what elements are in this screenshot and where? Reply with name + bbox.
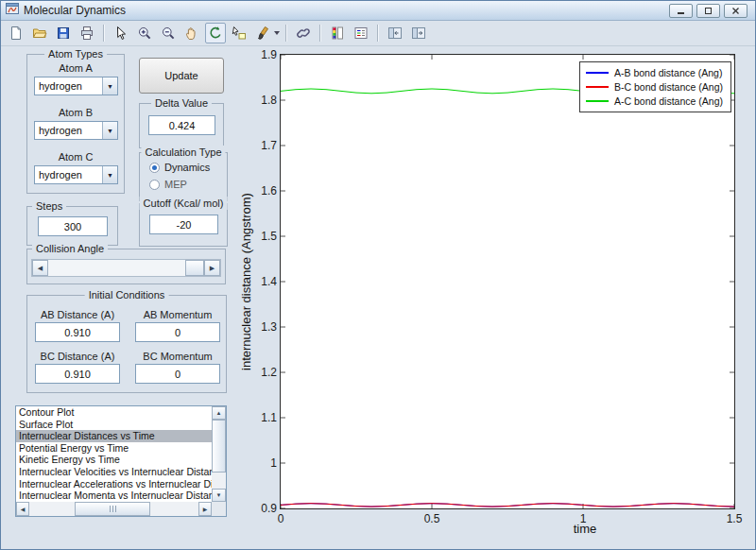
toolbar-separator <box>377 25 379 42</box>
radio-selected-icon[interactable] <box>149 163 160 173</box>
scroll-down-icon[interactable]: ▼ <box>212 489 226 502</box>
atom-types-title: Atom Types <box>44 47 107 60</box>
y-tick-label: 1.2 <box>249 366 277 379</box>
slider-left-arrow-icon[interactable]: ◀ <box>32 260 48 276</box>
insert-legend-icon[interactable] <box>351 23 371 43</box>
bc-momentum-field[interactable]: 0 <box>135 364 220 384</box>
scroll-up-icon[interactable]: ▲ <box>212 406 226 420</box>
atom-b-dropdown[interactable]: hydrogen ▼ <box>34 121 118 140</box>
ab-momentum-label: AB Momentum <box>130 309 225 320</box>
toolbar-separator <box>285 25 287 42</box>
list-item[interactable]: Surface Plot <box>16 419 212 431</box>
dynamics-radio-label: Dynamics <box>164 162 210 173</box>
list-item[interactable]: Kinetic Energy vs Time <box>16 454 212 466</box>
insert-colorbar-icon[interactable] <box>327 23 348 43</box>
scroll-left-icon[interactable]: ◀ <box>16 502 29 516</box>
toolbar-separator <box>103 25 105 42</box>
scroll-right-icon[interactable]: ▶ <box>198 502 212 516</box>
calculation-type-panel: Calculation Type Dynamics MEP <box>139 152 228 201</box>
atom-a-value: hydrogen <box>35 77 102 95</box>
brush-dropdown-caret-icon[interactable] <box>274 31 280 35</box>
atom-c-label: Atom C <box>27 151 124 163</box>
ab-distance-field[interactable]: 0.910 <box>35 322 120 342</box>
x-tick-label: 1 <box>564 512 602 525</box>
initial-conditions-panel: Initial Conditions AB Distance (A) AB Mo… <box>26 295 227 393</box>
new-figure-icon[interactable] <box>6 23 26 43</box>
delta-value-field[interactable]: 0.424 <box>148 115 215 135</box>
close-icon[interactable] <box>724 4 747 18</box>
minimize-icon[interactable] <box>669 4 693 18</box>
atom-b-label: Atom B <box>27 107 124 118</box>
atom-c-dropdown[interactable]: hydrogen ▼ <box>34 165 118 184</box>
y-tick-label: 1.3 <box>249 320 277 334</box>
delta-value-title: Delta Value <box>151 96 212 110</box>
molecular-dynamics-window: Molecular Dynamics Atom Types Atom A hyd… <box>0 0 756 550</box>
horizontal-scrollbar[interactable]: ◀ ▶ <box>16 502 212 516</box>
bc-momentum-label: BC Momentum <box>130 351 225 362</box>
plot-axes: A-B bond distance (Ang)B-C bond distance… <box>280 54 735 509</box>
slider-thumb[interactable] <box>185 260 204 276</box>
bc-distance-field[interactable]: 0.910 <box>35 364 120 384</box>
restore-icon[interactable] <box>696 4 720 18</box>
cutoff-title: Cutoff (Kcal/ mol) <box>140 197 228 210</box>
mep-radio[interactable]: MEP <box>149 179 187 190</box>
horizontal-scroll-thumb[interactable] <box>75 502 150 516</box>
ab-distance-label: AB Distance (A) <box>30 309 125 320</box>
x-tick-label: 0.5 <box>413 512 451 525</box>
hide-plot-tools-icon[interactable] <box>385 23 405 43</box>
delta-value-panel: Delta Value 0.424 <box>139 103 224 148</box>
chevron-down-icon[interactable]: ▼ <box>102 122 117 139</box>
list-item[interactable]: Internuclear Distances vs Time <box>16 430 212 442</box>
ab-momentum-field[interactable]: 0 <box>135 322 220 342</box>
list-item[interactable]: Internuclear Momenta vs Internuclear Dis… <box>16 490 212 502</box>
print-figure-icon[interactable] <box>77 23 97 43</box>
zoom-in-icon[interactable] <box>134 23 155 43</box>
open-file-icon[interactable] <box>29 23 50 43</box>
mep-radio-label: MEP <box>164 179 187 190</box>
y-tick-label: 1.8 <box>249 94 277 107</box>
plot-canvas <box>281 55 734 508</box>
scrollbar-corner <box>212 502 226 516</box>
collision-angle-slider[interactable]: ◀ ▶ <box>31 259 221 277</box>
window-controls <box>669 4 750 18</box>
save-figure-icon[interactable] <box>53 23 74 43</box>
collision-angle-title: Collision Angle <box>32 242 108 255</box>
x-tick-label: 1.5 <box>715 512 753 525</box>
brush-icon[interactable] <box>252 23 273 43</box>
list-item[interactable]: Internuclear Velocities vs Internuclear … <box>16 466 212 478</box>
dynamics-radio[interactable]: Dynamics <box>149 162 210 173</box>
pan-icon[interactable] <box>181 23 202 43</box>
zoom-out-icon[interactable] <box>158 23 179 43</box>
steps-field[interactable]: 300 <box>38 216 108 236</box>
chevron-down-icon[interactable]: ▼ <box>102 77 117 95</box>
update-button[interactable]: Update <box>139 58 224 94</box>
collision-angle-panel: Collision Angle ◀ ▶ <box>26 249 226 284</box>
legend-entry: A-C bond distance (Ang) <box>580 94 730 108</box>
toolbar-separator <box>319 25 321 42</box>
vertical-scrollbar[interactable]: ▲ ▼ <box>212 406 226 502</box>
legend-line-sample <box>586 72 609 74</box>
edit-plot-icon[interactable] <box>111 23 131 43</box>
y-tick-label: 0.9 <box>249 502 277 515</box>
plot-legend[interactable]: A-B bond distance (Ang)B-C bond distance… <box>579 61 731 112</box>
legend-label: A-C bond distance (Ang) <box>614 95 723 107</box>
y-tick-label: 1 <box>249 456 277 470</box>
rotate-3d-icon[interactable] <box>205 23 226 43</box>
show-plot-tools-icon[interactable] <box>408 23 429 43</box>
chevron-down-icon[interactable]: ▼ <box>102 166 117 183</box>
atom-a-dropdown[interactable]: hydrogen ▼ <box>34 77 118 95</box>
y-tick-label: 1.6 <box>249 184 277 198</box>
list-item[interactable]: Internuclear Accelerations vs Internucle… <box>16 478 212 490</box>
radio-unselected-icon[interactable] <box>149 180 160 190</box>
slider-right-arrow-icon[interactable]: ▶ <box>204 260 220 276</box>
titlebar[interactable]: Molecular Dynamics <box>1 1 755 21</box>
vertical-scroll-thumb[interactable] <box>212 420 226 473</box>
cutoff-field[interactable]: -20 <box>149 215 218 234</box>
data-cursor-icon[interactable] <box>229 23 249 43</box>
link-plot-icon[interactable] <box>293 23 314 43</box>
legend-label: B-C bond distance (Ang) <box>614 81 723 93</box>
list-item[interactable]: Contour Plot <box>16 406 212 419</box>
plot-type-listbox[interactable]: Contour PlotSurface PlotInternuclear Dis… <box>15 405 227 517</box>
list-item[interactable]: Potential Energy vs Time <box>16 442 212 455</box>
series-line-1 <box>281 504 734 507</box>
